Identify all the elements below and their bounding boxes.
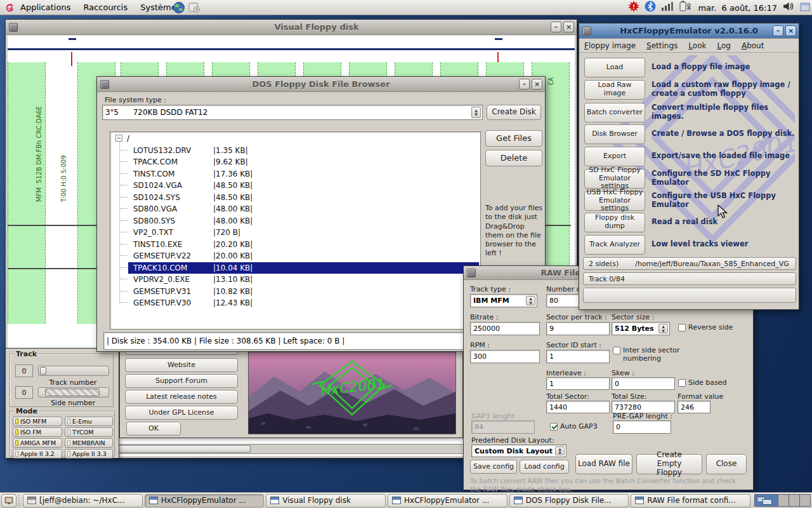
menu-applications[interactable]: Applications	[14, 0, 77, 15]
bluetooth-icon[interactable]	[645, 1, 656, 15]
checkbox-icon[interactable]	[678, 379, 686, 387]
close-button[interactable]: Close	[706, 454, 747, 474]
file-row[interactable]: SD1024.SYS|48.50 KB|	[128, 192, 479, 203]
debian-logo-icon[interactable]	[4, 2, 15, 13]
workspace-4[interactable]	[799, 495, 810, 506]
combo-spinner-icon[interactable]: ▲▼	[471, 107, 481, 118]
inter-side-checkbox[interactable]: Inter side sector numbering	[613, 346, 695, 363]
ok-button[interactable]: OK	[126, 422, 181, 436]
close-button[interactable]: ×	[532, 79, 542, 90]
menu-raccourcis[interactable]: Raccourcis	[77, 0, 134, 15]
file-row[interactable]: TINST10.EXE|20.20 KB|	[128, 239, 479, 250]
sd-hxc-settings-button[interactable]: SD HxC Floppy Emulator settings	[584, 169, 645, 189]
interleave-input[interactable]: 1	[546, 377, 610, 390]
file-row[interactable]: TINST.COM|17.36 KB|	[128, 168, 479, 180]
track-analyzer-button[interactable]: Track Analyzer	[584, 235, 645, 255]
track-type-combo[interactable]: IBM MFM▲▼	[470, 294, 537, 307]
slider-thumb[interactable]	[45, 389, 100, 396]
get-files-button[interactable]: Get Files	[485, 130, 542, 147]
tray-window-icon[interactable]	[800, 2, 810, 14]
load-raw-file-button[interactable]: Load RAW file	[575, 454, 632, 474]
task-hxc-emulator[interactable]: HxCFloppyEmulator ...	[145, 494, 265, 507]
hxc-titlebar[interactable]: HxCFloppyEmulator v2.0.16.0 – ×	[579, 23, 799, 39]
file-row[interactable]: GEMSETUP.V31|10.82 KB|	[128, 286, 479, 297]
side-number-slider[interactable]	[38, 387, 109, 398]
close-button[interactable]: ×	[785, 25, 796, 36]
volume-icon[interactable]	[782, 1, 795, 15]
update-notifier-icon[interactable]: !	[628, 1, 639, 15]
task-hxc-emulator-2[interactable]: HxCFloppyEmulator ...	[388, 494, 508, 507]
total-sector-input[interactable]: 1440	[546, 401, 610, 413]
fs-type-combo[interactable]: 3"5 720KB DSDD FAT12 ▲▼	[102, 105, 483, 120]
file-row[interactable]: SD800.VGA|48.00 KB|	[128, 203, 479, 215]
format-value-input[interactable]: 246	[678, 401, 710, 413]
battery-icon[interactable]	[679, 1, 693, 15]
load-raw-image-button[interactable]: Load Raw image	[584, 80, 645, 100]
release-notes-button[interactable]: Latest release notes	[125, 390, 238, 404]
checkbox-icon[interactable]	[613, 347, 620, 354]
file-row-selected[interactable]: TPACK10.COM|10.04 KB|	[128, 262, 479, 274]
notes-launcher-icon[interactable]	[188, 1, 200, 14]
create-disk-button[interactable]: Create Disk	[487, 105, 541, 120]
menu-about[interactable]: About	[742, 41, 764, 50]
mode-button-e-emu[interactable]: E-Emu	[65, 417, 113, 426]
file-row[interactable]: VP2_0.TXT|720 B|	[128, 227, 479, 238]
mode-button-membrain[interactable]: MEMBRAIN	[65, 438, 113, 448]
workspace-1[interactable]	[755, 495, 778, 506]
website-button[interactable]: Website	[125, 358, 238, 372]
side-based-checkbox[interactable]: Side based	[678, 378, 727, 387]
pregap-input[interactable]: 0	[613, 420, 671, 434]
network-signal-icon[interactable]	[661, 1, 674, 14]
checkbox-checked-icon[interactable]	[550, 423, 558, 431]
menu-log[interactable]: Log	[717, 41, 730, 50]
gpl-license-button[interactable]: Under GPL License	[125, 406, 238, 420]
close-button[interactable]: ×	[563, 22, 574, 32]
combo-spinner-icon[interactable]: ▲▼	[526, 296, 535, 305]
panel-clock[interactable]: mar. 6 août, 16:17	[698, 3, 777, 13]
track-number-slider[interactable]	[38, 366, 109, 376]
file-row[interactable]: SD800.SYS|48.00 KB|	[128, 215, 479, 227]
mode-button-apple-ii-33[interactable]: Apple II 3.3	[65, 449, 113, 458]
mode-button-iso-fm[interactable]: ISO FM	[13, 427, 62, 437]
load-config-button[interactable]: Load config	[520, 460, 569, 474]
auto-gap3-checkbox[interactable]: Auto GAP3	[550, 422, 598, 431]
file-row[interactable]: TPACK.COM|9.62 KB|	[128, 156, 479, 168]
menu-floppy-image[interactable]: Floppy image	[584, 41, 636, 50]
minimize-button[interactable]: –	[773, 25, 783, 36]
sector-per-track-input[interactable]: 9	[546, 322, 610, 335]
usb-hxc-settings-button[interactable]: USB HxC Floppy Emulator settings	[584, 191, 645, 211]
task-visual-floppy[interactable]: Visual Floppy disk	[266, 494, 386, 507]
predefined-layout-combo[interactable]: Custom Disk Layout▲▼	[471, 444, 566, 457]
sector-size-combo[interactable]: 512 Bytes▲▼	[612, 322, 670, 335]
slider-thumb[interactable]	[40, 367, 46, 375]
menu-settings[interactable]: Settings	[646, 41, 678, 50]
workspace-switcher[interactable]	[754, 494, 811, 507]
task-terminal[interactable]: [jeff@debian: ~/HxC...	[23, 494, 143, 507]
file-row[interactable]: VPDRV2_0.EXE|13.10 KB|	[128, 274, 479, 285]
file-row[interactable]: GEMSETUP.V30|12.43 KB|	[128, 297, 479, 309]
file-browser-titlebar[interactable]: DOS Floppy Disk File Browser – ×	[97, 77, 545, 92]
minimize-button[interactable]: –	[551, 22, 561, 32]
task-dos-file-browser[interactable]: DOS Floppy Disk File...	[509, 494, 629, 507]
file-row[interactable]: LOTUS132.DRV|1.35 KB|	[128, 145, 479, 156]
export-button[interactable]: Export	[584, 147, 645, 166]
mode-button-amiga-mfm[interactable]: AMIGA MFM	[13, 438, 62, 448]
file-tree[interactable]: − / LOTUS132.DRV|1.35 KB| TPACK.COM|9.62…	[110, 131, 481, 330]
file-row[interactable]: SD1024.VGA|48.50 KB|	[128, 180, 479, 191]
show-desktop-button[interactable]	[1, 494, 16, 507]
disk-browser-button[interactable]: Disk Browser	[584, 124, 645, 144]
reverse-side-checkbox[interactable]: Reverse side	[678, 323, 733, 331]
combo-spinner-icon[interactable]: ▲▼	[658, 324, 668, 333]
workspace-2[interactable]	[778, 495, 789, 506]
rpm-input[interactable]: 300	[470, 350, 540, 363]
load-button[interactable]: Load	[584, 58, 645, 77]
checkbox-icon[interactable]	[678, 324, 686, 331]
support-forum-button[interactable]: Support Forum	[125, 374, 238, 388]
mode-button-iso-mfm[interactable]: ISO MFM	[13, 417, 62, 426]
workspace-3[interactable]	[789, 495, 799, 506]
menu-look[interactable]: Look	[688, 41, 706, 50]
mode-button-tycom[interactable]: TYCOM	[65, 427, 113, 437]
batch-converter-button[interactable]: Batch converter	[584, 103, 645, 123]
skew-input[interactable]: 0	[612, 377, 675, 390]
save-config-button[interactable]: Save config	[470, 460, 517, 474]
